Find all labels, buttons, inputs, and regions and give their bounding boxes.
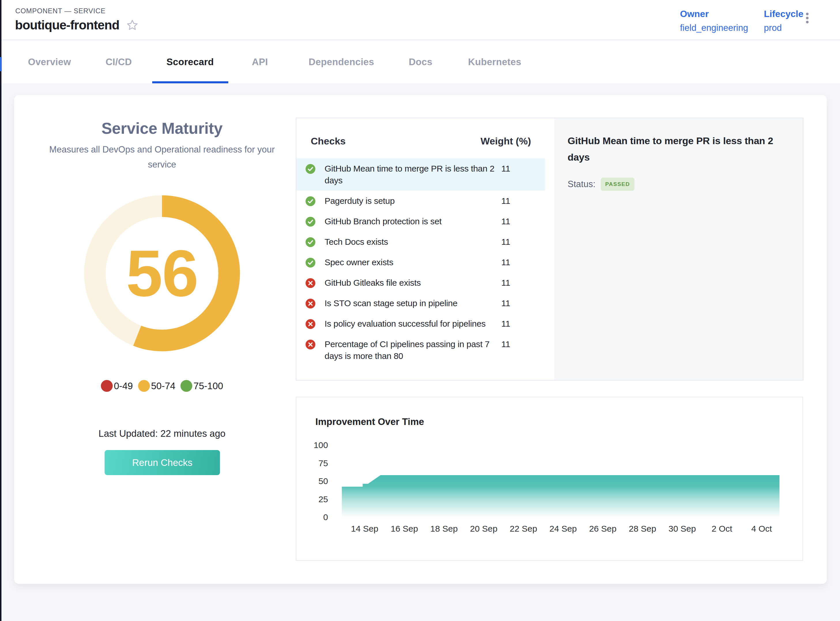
page-title: boutique-frontend — [15, 18, 120, 32]
x-axis-label: 4 Oct — [751, 524, 772, 533]
check-passed-icon — [306, 196, 315, 206]
legend-item: 0-49 — [101, 380, 133, 392]
check-failed-icon — [306, 299, 315, 309]
check-passed-icon — [306, 164, 315, 174]
check-name: Pagerduty is setup — [325, 195, 501, 207]
check-status-row: Status: PASSED — [568, 177, 634, 191]
status-badge: PASSED — [601, 177, 635, 191]
check-weight: 11 — [501, 297, 545, 309]
check-row[interactable]: GitHub Branch protection is set11 — [296, 211, 545, 232]
check-name: Tech Docs exists — [325, 236, 501, 248]
check-row[interactable]: Spec owner exists11 — [296, 252, 545, 273]
tab-kubernetes[interactable]: Kubernetes — [454, 41, 536, 83]
checks-table-header: Checks Weight (%) — [296, 118, 555, 158]
check-row[interactable]: GitHub Gitleaks file exists11 — [296, 273, 545, 293]
score-value: 56 — [83, 195, 241, 352]
check-status-icon-cell — [296, 215, 325, 227]
x-axis-label: 24 Sep — [549, 524, 577, 533]
score-legend: 0-4950-7475-100 — [14, 380, 310, 392]
x-axis-label: 16 Sep — [390, 524, 418, 533]
check-row[interactable]: Percentage of CI pipelines passing in pa… — [296, 334, 545, 366]
check-status-icon-cell — [296, 297, 325, 309]
check-passed-icon — [306, 237, 315, 247]
owner-label[interactable]: Owner — [680, 9, 748, 19]
y-axis-label: 50 — [319, 476, 328, 486]
active-tab-underline — [152, 81, 228, 83]
check-status-icon-cell — [296, 277, 325, 289]
tab-label: Dependencies — [309, 56, 374, 67]
owner-meta: Owner field_engineering — [680, 9, 748, 33]
improvement-chart-panel: Improvement Over Time 100755025014 Sep16… — [296, 397, 803, 561]
legend-item: 75-100 — [180, 380, 223, 392]
check-weight: 11 — [501, 215, 545, 227]
check-weight: 11 — [501, 318, 545, 330]
check-weight: 11 — [501, 236, 545, 248]
tab-scorecard[interactable]: Scorecard — [152, 41, 228, 83]
check-weight: 11 — [501, 338, 545, 362]
tab-overview[interactable]: Overview — [14, 41, 85, 83]
x-axis-label: 28 Sep — [629, 524, 656, 533]
x-axis-label: 18 Sep — [430, 524, 458, 533]
rerun-checks-button[interactable]: Rerun Checks — [104, 450, 220, 475]
check-name: GitHub Mean time to merge PR is less tha… — [325, 163, 501, 186]
star-icon[interactable] — [126, 19, 138, 31]
x-axis-label: 2 Oct — [711, 524, 732, 533]
tab-label: Scorecard — [166, 56, 214, 67]
tab-dependencies[interactable]: Dependencies — [294, 41, 389, 83]
legend-label: 0-49 — [114, 380, 133, 392]
page-header: COMPONENT — SERVICE boutique-frontend Ow… — [0, 0, 840, 40]
tab-label: Kubernetes — [468, 56, 521, 67]
check-name: Is STO scan stage setup in pipeline — [325, 297, 501, 309]
check-name: Is policy evaluation successful for pipe… — [325, 318, 501, 330]
legend-dot — [138, 380, 150, 392]
check-row[interactable]: Tech Docs exists11 — [296, 232, 545, 252]
check-weight: 11 — [501, 163, 545, 186]
check-failed-icon — [306, 319, 315, 329]
legend-item: 50-74 — [138, 380, 175, 392]
tab-label: Overview — [28, 56, 71, 67]
check-failed-icon — [306, 278, 315, 288]
tab-docs[interactable]: Docs — [394, 41, 447, 83]
legend-label: 75-100 — [194, 380, 223, 392]
left-edge-strip — [0, 0, 2, 621]
legend-dot — [180, 380, 192, 392]
check-row[interactable]: Is STO scan stage setup in pipeline11 — [296, 293, 545, 314]
check-name: Spec owner exists — [325, 256, 501, 268]
lifecycle-label[interactable]: Lifecycle — [764, 9, 804, 19]
check-status-icon-cell — [296, 236, 325, 248]
check-name: Percentage of CI pipelines passing in pa… — [325, 338, 501, 362]
scorecard-subtitle: Measures all DevOps and Operational read… — [39, 142, 285, 172]
kebab-menu-icon[interactable] — [804, 13, 811, 25]
column-header-weight: Weight (%) — [481, 135, 531, 147]
check-name: GitHub Gitleaks file exists — [325, 277, 501, 289]
check-status-icon-cell — [296, 163, 325, 186]
tab-bar: OverviewCI/CDScorecardAPIDependenciesDoc… — [0, 41, 840, 83]
check-status-icon-cell — [296, 318, 325, 330]
lifecycle-value[interactable]: prod — [764, 23, 804, 33]
owner-value[interactable]: field_engineering — [680, 23, 748, 33]
tab-label: API — [252, 56, 268, 67]
tab-label: CI/CD — [106, 56, 132, 67]
check-row[interactable]: Pagerduty is setup11 — [296, 191, 545, 211]
x-axis-label: 20 Sep — [470, 524, 498, 533]
check-row[interactable]: GitHub Mean time to merge PR is less tha… — [296, 158, 545, 191]
check-failed-icon — [306, 339, 315, 350]
check-detail-panel: GitHub Mean time to merge PR is less tha… — [554, 118, 803, 380]
check-row[interactable]: Is policy evaluation successful for pipe… — [296, 314, 545, 334]
column-header-checks: Checks — [311, 135, 346, 147]
y-axis-label: 25 — [319, 494, 328, 504]
scorecard-card: Service Maturity Measures all DevOps and… — [14, 95, 827, 584]
check-rows-list: GitHub Mean time to merge PR is less tha… — [296, 158, 545, 366]
x-axis-label: 22 Sep — [510, 524, 537, 533]
lifecycle-meta: Lifecycle prod — [764, 9, 804, 33]
tab-api[interactable]: API — [238, 41, 283, 83]
check-status-icon-cell — [296, 338, 325, 362]
check-detail-title: GitHub Mean time to merge PR is less tha… — [568, 133, 797, 165]
status-label: Status: — [568, 179, 596, 189]
y-axis-label: 100 — [313, 440, 328, 450]
tab-ci-cd[interactable]: CI/CD — [91, 41, 146, 83]
page-title-row: boutique-frontend — [15, 18, 138, 32]
score-area-series — [342, 475, 779, 517]
scorecard-title: Service Maturity — [14, 119, 310, 138]
check-weight: 11 — [501, 277, 545, 289]
